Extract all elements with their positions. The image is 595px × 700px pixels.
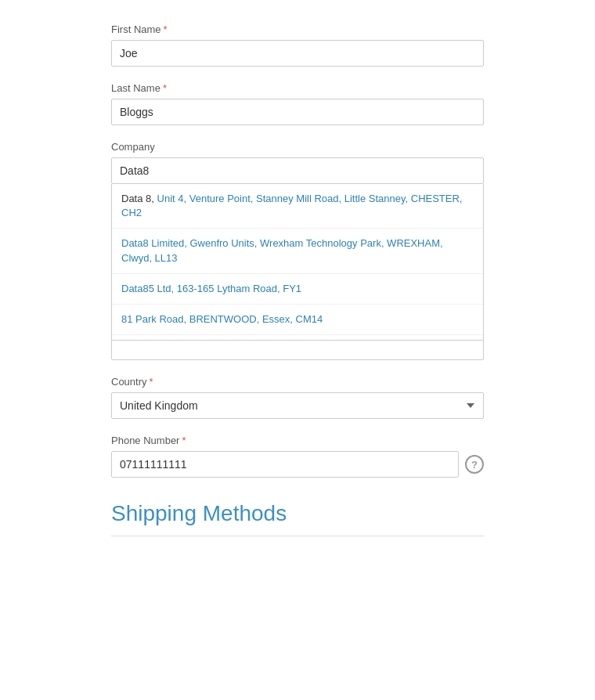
- first-name-input[interactable]: [111, 40, 484, 67]
- first-name-label-text: First Name: [111, 23, 161, 35]
- phone-row: ?: [111, 451, 484, 478]
- form-container: First Name* Last Name* Company Data 8, U…: [0, 16, 595, 544]
- phone-group: Phone Number* ?: [111, 435, 484, 478]
- last-name-required: *: [163, 82, 167, 94]
- company-label: Company: [111, 141, 484, 153]
- company-autocomplete-dropdown: Data 8, Unit 4, Venture Point, Stanney M…: [111, 184, 484, 341]
- autocomplete-item-blue: Data8 Limited, Gwenfro Units, Wrexham Te…: [121, 237, 443, 263]
- company-input[interactable]: [111, 157, 484, 184]
- first-name-required: *: [164, 23, 168, 35]
- autocomplete-item[interactable]: Data 8, Unit 4, Venture Point, Stanney M…: [112, 184, 483, 229]
- country-select[interactable]: United Kingdom United States France Germ…: [111, 392, 484, 419]
- autocomplete-item-normal: Data 8,: [121, 193, 157, 204]
- last-name-group: Last Name*: [111, 82, 484, 125]
- country-select-wrapper: United Kingdom United States France Germ…: [111, 392, 484, 419]
- company-group: Company Data 8, Unit 4, Venture Point, S…: [111, 141, 484, 184]
- phone-label-text: Phone Number: [111, 435, 179, 446]
- phone-label: Phone Number*: [111, 435, 484, 446]
- help-icon-text: ?: [471, 459, 478, 471]
- last-name-label: Last Name*: [111, 82, 484, 94]
- shipping-section: Shipping Methods: [111, 501, 484, 536]
- phone-help-icon[interactable]: ?: [465, 455, 484, 474]
- autocomplete-item-blue: Data85 Ltd, 163-165 Lytham Road, FY1: [121, 283, 301, 294]
- country-required: *: [150, 376, 153, 388]
- autocomplete-item[interactable]: Altrain ADR, Unit 1, Portside Business P…: [112, 335, 483, 341]
- last-name-input[interactable]: [111, 99, 484, 125]
- phone-required: *: [182, 435, 186, 446]
- country-label: Country*: [111, 376, 484, 388]
- autocomplete-item[interactable]: Data8 Limited, Gwenfro Units, Wrexham Te…: [112, 229, 483, 273]
- country-label-text: Country: [111, 376, 147, 388]
- first-name-group: First Name*: [111, 23, 484, 67]
- shipping-divider: [111, 536, 484, 536]
- autocomplete-item-blue: Unit 4, Venture Point, Stanney Mill Road…: [121, 193, 462, 218]
- phone-input[interactable]: [111, 451, 459, 478]
- shipping-title: Shipping Methods: [111, 501, 484, 526]
- autocomplete-item-blue: 81 Park Road, BRENTWOOD, Essex, CM14: [121, 313, 323, 325]
- autocomplete-item[interactable]: Data85 Ltd, 163-165 Lytham Road, FY1: [112, 274, 483, 305]
- last-name-label-text: Last Name: [111, 82, 160, 94]
- country-group: Country* United Kingdom United States Fr…: [111, 376, 484, 419]
- autocomplete-item[interactable]: 81 Park Road, BRENTWOOD, Essex, CM14: [112, 305, 483, 335]
- first-name-label: First Name*: [111, 23, 484, 35]
- company-label-text: Company: [111, 141, 155, 153]
